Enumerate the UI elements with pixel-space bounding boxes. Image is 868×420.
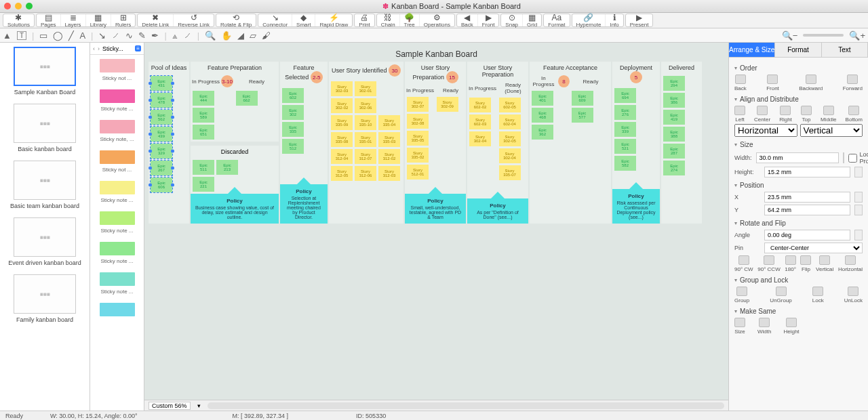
order-forward-button[interactable]: Forward (843, 75, 863, 91)
toolbar-print[interactable]: 🖨Print (355, 14, 374, 26)
policy-note[interactable]: PolicyRisk assessed per Continuous Deplo… (612, 189, 660, 224)
epic-card[interactable]: Epic511 (193, 160, 214, 175)
toolbar-delete-link[interactable]: ✖Delete Link (138, 14, 174, 26)
template-item[interactable]: ▦▦▦Family kanban board (0, 270, 90, 327)
story-card[interactable]: Story335-01 (355, 132, 376, 147)
toolbar-rotate-flip[interactable]: ⟲Rotate & Flip (216, 14, 256, 26)
epic-card[interactable]: Epic582 (614, 156, 636, 171)
epic-card[interactable]: Epic431 (151, 76, 172, 91)
epic-card[interactable]: Epic444 (193, 91, 214, 106)
align-vertical-select[interactable]: Vertical (800, 124, 863, 137)
zoom-slider[interactable] (803, 34, 844, 37)
toolbar-rapid-draw[interactable]: ⚡Rapid Draw (315, 14, 352, 26)
width-input[interactable] (756, 152, 839, 163)
canvas[interactable]: Sample Kanban Board Pool of IdeasEpic431… (144, 43, 728, 400)
angle-input[interactable] (764, 230, 850, 240)
toolbar-pages[interactable]: ▤Pages (37, 14, 61, 26)
toolbar-smart[interactable]: ◆Smart (292, 14, 315, 26)
story-card[interactable]: Story302-05 (499, 131, 521, 146)
epic-card[interactable]: Epic276 (614, 105, 636, 120)
minimize-button[interactable] (15, 3, 22, 9)
rect-tool[interactable]: ▭ (39, 30, 47, 41)
tab-arrange[interactable]: Arrange & Size (729, 43, 775, 58)
story-card[interactable]: Story302-02 (331, 98, 353, 113)
close-button[interactable] (4, 3, 11, 9)
section-align[interactable]: Align and Distribute (734, 96, 863, 103)
story-card[interactable]: Story312-07 (355, 149, 376, 164)
story-card[interactable]: Story302-09 (437, 97, 458, 112)
story-card[interactable]: Story302-06 (355, 98, 376, 113)
shapes-category[interactable]: Sticky... (102, 45, 123, 52)
spline-tool[interactable]: ∿ (125, 30, 133, 41)
epic-card[interactable]: Epic694 (614, 88, 636, 103)
align-top-button[interactable]: Top (801, 106, 812, 123)
shape-item[interactable]: Sticky note ... (90, 268, 144, 299)
pen-tool[interactable]: ✒ (151, 30, 159, 41)
story-card[interactable]: Story302-07 (407, 97, 429, 112)
story-card[interactable]: Story302-04 (469, 131, 491, 146)
brush-tool[interactable]: 🖌 (262, 30, 271, 41)
story-card[interactable]: Story312-02 (378, 149, 400, 164)
section-same[interactable]: Make Same (734, 308, 863, 315)
story-card[interactable]: Story335-04 (378, 115, 400, 130)
select-tool[interactable]: ▲ (3, 30, 12, 41)
epic-card[interactable]: Epic213 (216, 160, 238, 175)
section-group[interactable]: Group and Lock (734, 276, 863, 284)
epic-card[interactable]: Epic419 (663, 110, 685, 125)
epic-card[interactable]: Epic335 (282, 122, 304, 137)
policy-note[interactable]: PolicyAs per "Definition of Done" (see..… (467, 198, 528, 224)
text-block-tool[interactable]: A (79, 30, 85, 41)
rotate--cw-button[interactable]: 90° CW (734, 255, 753, 272)
maximize-button[interactable] (26, 3, 33, 9)
epic-card[interactable]: Epic401 (532, 91, 553, 106)
epic-card[interactable]: Epic302 (282, 105, 304, 120)
x-stepper[interactable] (854, 192, 863, 203)
story-card[interactable]: Story602-05 (499, 98, 521, 112)
epic-card[interactable]: Epic602 (282, 88, 304, 103)
template-item[interactable]: ▦▦▦Sample Kanban Board (0, 43, 90, 100)
width-stepper[interactable] (843, 152, 844, 163)
shape-item[interactable]: Sticky not ... (90, 55, 144, 85)
story-card[interactable]: Story602-04 (499, 114, 521, 129)
story-card[interactable]: Story335-03 (378, 132, 400, 147)
toolbar-tree[interactable]: 🌳Tree (400, 14, 420, 26)
align-left-button[interactable]: Left (734, 106, 745, 123)
align-horizontal-select[interactable]: Horizontal (734, 124, 797, 137)
toolbar-connector[interactable]: ↘Connector (258, 14, 292, 26)
shape-item[interactable]: Sticky note ... (90, 238, 144, 268)
epic-card[interactable]: Epic589 (193, 108, 214, 123)
story-card[interactable]: Story302-01 (355, 81, 376, 96)
eraser-tool[interactable]: ▱ (250, 30, 256, 41)
story-card[interactable]: Story302-08 (407, 114, 429, 129)
story-card[interactable]: Story302-04 (499, 148, 521, 163)
template-item[interactable]: ▦▦▦Basic team kanban board (0, 156, 90, 213)
story-card[interactable]: Story335-09 (331, 115, 353, 130)
group-lock-button[interactable]: Lock (812, 287, 824, 303)
epic-card[interactable]: Epic329 (151, 144, 172, 159)
height-input[interactable] (764, 167, 850, 177)
horizontal-scrollbar[interactable] (208, 402, 724, 409)
group-group-button[interactable]: Group (734, 287, 749, 303)
epic-card[interactable]: Epic662 (236, 91, 258, 106)
same-height-button[interactable]: Height (783, 318, 799, 335)
toolbar-info[interactable]: ℹInfo (606, 14, 623, 26)
zoom-in-icon[interactable]: 🔍+ (849, 30, 865, 41)
shape-item[interactable]: Sticky not ... (90, 146, 144, 177)
story-card[interactable]: Story335-07 (499, 165, 521, 180)
order-back-button[interactable]: Back (734, 75, 747, 91)
epic-card[interactable]: Epic651 (193, 125, 214, 140)
epic-card[interactable]: Epic609 (572, 91, 593, 106)
toolbar-present[interactable]: ▶Present (626, 14, 653, 26)
toolbar-library[interactable]: ▦Library (86, 14, 111, 26)
story-card[interactable]: Story602-03 (469, 114, 491, 129)
lock-proportions-checkbox[interactable] (848, 154, 857, 163)
epic-card[interactable]: Epic388 (663, 127, 685, 142)
epic-card[interactable]: Epic294 (663, 76, 685, 91)
epic-card[interactable]: Epic287 (663, 144, 685, 159)
story-card[interactable]: Story512-01 (407, 165, 429, 180)
section-position[interactable]: Position (734, 182, 863, 189)
epic-card[interactable]: Epic267 (151, 161, 172, 175)
toolbar-chain[interactable]: ⛓Chain (377, 14, 400, 26)
section-rotate[interactable]: Rotate and Flip (734, 219, 863, 227)
toolbar-hypernote[interactable]: 🔗Hypernote (572, 14, 606, 26)
